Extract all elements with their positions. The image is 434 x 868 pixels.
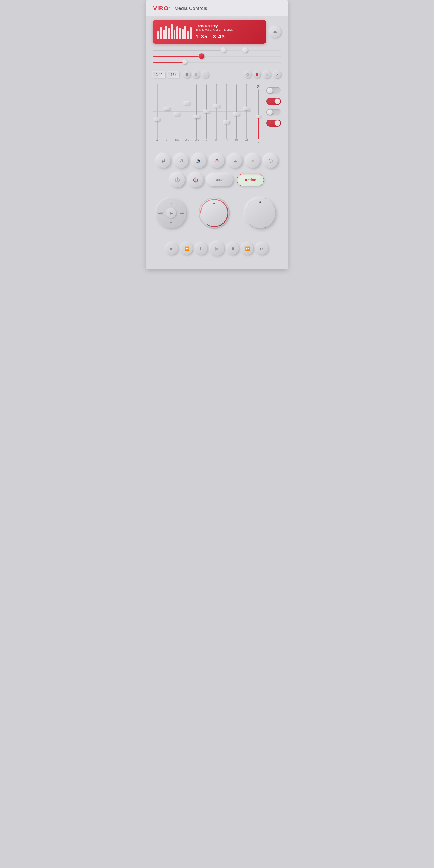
power-btn-1[interactable]: ⏻ [170,173,185,187]
fader-col-250[interactable] [183,84,191,138]
radio-btn-mid[interactable] [193,71,200,78]
time-badge[interactable]: 3:43 [153,71,165,78]
shuffle-btn[interactable]: ⇄ [156,154,170,168]
main-content: Lana Del Rey This Is What Makes Us Girls… [146,16,288,269]
fader-col-500[interactable] [193,84,201,138]
cloud-btn[interactable]: ☁ [228,154,242,168]
toggle-knob-4 [275,120,280,126]
fader-handle-64[interactable] [164,107,170,110]
stop-btn[interactable]: ⏹ [227,243,239,254]
check-btn[interactable]: ✓ [273,71,281,78]
pause-btn[interactable]: ⏸ [195,243,207,254]
radio-btn-outline[interactable] [244,71,251,78]
repeat-btn[interactable]: ↺ [174,154,188,168]
fader-col-125[interactable] [173,84,181,138]
fader-track-16k[interactable] [246,84,247,138]
play-btn[interactable]: ▶ [210,242,224,256]
slider-3-track[interactable] [153,62,281,63]
dpad-left[interactable]: ◀◀ [157,210,163,216]
fader-label-16k: 16k [242,138,251,141]
radio-btn-light[interactable] [202,71,209,78]
vol-handle[interactable] [256,115,261,118]
fader-handle-500[interactable] [194,115,200,119]
tuner-knob[interactable] [245,198,275,228]
dpad-right[interactable]: ▶▶ [179,210,185,216]
fader-col-32[interactable] [153,84,162,138]
rewind-btn[interactable]: ⏪ [181,243,193,254]
fast-forward-btn[interactable]: ⏩ [241,243,253,254]
settings-btn[interactable]: ⚙ [210,154,224,168]
fader-handle-125[interactable] [174,113,180,116]
fader-col-2k[interactable] [213,84,221,138]
fader-handle-1k[interactable] [204,110,210,113]
total-time: 3:43 [213,34,225,39]
app-title: Media Controls [174,6,207,11]
volume-knob[interactable] [201,200,227,226]
eject-button[interactable]: ⏏ [269,26,281,38]
share-btn[interactable]: ⬡ [264,154,278,168]
fader-handle-32[interactable] [154,118,160,121]
fader-handle-2k[interactable] [214,104,220,107]
svg-line-21 [257,228,258,228]
fader-handle-4k[interactable] [224,121,230,124]
skip-back-btn[interactable]: ⏮ [166,243,178,254]
toggle-2[interactable] [266,98,281,105]
radio-group-2 [244,71,260,78]
slider-3-thumb[interactable] [182,60,187,64]
slider-1-thumb[interactable] [221,48,226,53]
fader-track-4k[interactable] [226,84,227,138]
fader-handle-16k[interactable] [243,107,250,110]
fader-track-32[interactable] [157,84,157,138]
toggle-knob-1 [267,88,272,93]
fader-track-250[interactable] [186,84,187,138]
fader-col-8k[interactable] [232,84,241,138]
dpad-down[interactable]: ▼ [168,220,174,226]
fader-track-125[interactable] [177,84,177,138]
eq-bar-8 [179,28,181,39]
radio-btn-red[interactable] [253,71,260,78]
fader-track-64[interactable] [167,84,167,138]
fader-col-4k[interactable] [223,84,231,138]
slider-1-thumb2[interactable] [243,48,248,53]
volume-btn[interactable]: 🔈 [192,154,206,168]
dpad-up[interactable]: ▲ [168,200,174,206]
fader-track-1k[interactable] [206,84,207,138]
eq-bar-5 [171,24,173,39]
fader-track-2k[interactable] [216,84,217,138]
fader-track-8k[interactable] [236,84,237,138]
fader-col-1k[interactable] [203,84,211,138]
fader-col-64[interactable] [163,84,171,138]
toggle-4[interactable] [266,120,281,127]
skip-forward-btn[interactable]: ⏭ [256,243,268,254]
fader-col-16k[interactable] [242,84,251,138]
fader-label-2k: 2k [213,138,221,141]
tuner-knob-container [242,195,278,231]
quality-badge[interactable]: 16k [168,71,179,78]
toggle-3[interactable] [266,109,281,116]
knobs-section: ▲ ◀◀ ▶ ▶▶ ▼ [153,193,281,237]
power-btn-2[interactable]: ⏻ [189,173,203,187]
svg-line-15 [271,222,272,223]
slider-2-track[interactable] [153,56,281,57]
logo-sup: ® [169,6,171,9]
volume-slider-vertical[interactable]: 🔊 ▸ [255,84,263,144]
pill-btn-active[interactable]: Active [237,174,264,186]
fader-handle-250[interactable] [184,102,190,105]
toggles-col [266,84,281,127]
slider-2-thumb[interactable] [199,53,204,59]
radio-btn-dark[interactable] [183,71,191,78]
svg-line-10 [275,210,276,211]
radio-inner-dark [185,73,188,76]
radio-outline-off [246,73,249,76]
close-btn[interactable]: ✕ [263,71,271,78]
pill-btn-normal[interactable]: Button [207,174,233,186]
fader-handle-8k[interactable] [234,113,239,116]
dpad-center-play[interactable]: ▶ [166,208,176,218]
vol-track[interactable] [258,89,259,139]
slider-1-track[interactable] [153,50,281,51]
logo: VIRO® [153,5,171,12]
eq-bar-11 [187,31,189,39]
mixer-btn[interactable]: ≡ [246,154,260,168]
toggle-1[interactable] [266,87,281,94]
fader-track-500[interactable] [196,84,197,138]
